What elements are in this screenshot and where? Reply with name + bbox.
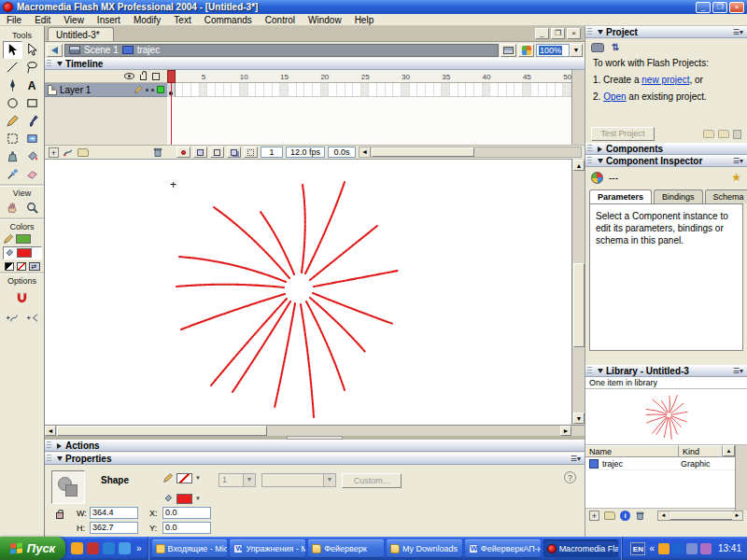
menu-view[interactable]: View <box>57 14 91 26</box>
combo-arrow-icon[interactable]: ▼ <box>323 474 335 486</box>
component-inspector-header[interactable]: Component Inspector ☰▾ <box>585 155 747 167</box>
menu-text[interactable]: Text <box>167 14 197 26</box>
stage-vertical-scrollbar[interactable]: ▲ ▼ <box>571 159 585 425</box>
item-properties-button[interactable]: i <box>620 511 630 521</box>
firework-ray-6[interactable] <box>181 294 285 329</box>
edit-symbol-button[interactable] <box>518 44 534 57</box>
name-column-header[interactable]: Name <box>585 445 679 456</box>
frame-rate-indicator[interactable]: 12.0 fps <box>286 147 325 158</box>
pen-tool[interactable] <box>3 77 22 94</box>
stroke-color-swatch[interactable] <box>16 234 31 244</box>
column-scroll-up[interactable]: ▲ <box>723 445 735 456</box>
center-frame-button[interactable] <box>176 147 190 158</box>
paint-bucket-tool[interactable] <box>22 147 42 165</box>
panel-menu-icon[interactable]: ☰▾ <box>571 455 581 463</box>
doc-restore-button[interactable]: ❐ <box>551 28 565 39</box>
tab-parameters[interactable]: Parameters <box>589 189 652 203</box>
firework-ray-13[interactable] <box>313 293 393 324</box>
timeline-panel-header[interactable]: Timeline <box>45 58 585 70</box>
taskbar-button[interactable]: Упражнения - M... <box>230 539 305 557</box>
player-tray-icon[interactable] <box>672 543 684 554</box>
doc-minimize-button[interactable]: _ <box>535 28 549 39</box>
oval-tool[interactable] <box>3 94 22 112</box>
new-project-link[interactable]: new project <box>641 75 689 85</box>
panel-menu-icon[interactable]: ☰▾ <box>733 367 743 375</box>
new-folder-button[interactable] <box>604 511 615 520</box>
menu-commands[interactable]: Commands <box>198 14 259 26</box>
stroke-height-combo[interactable]: 1▼ <box>218 473 256 487</box>
y-field[interactable]: 0.0 <box>162 522 211 534</box>
quicktime-icon[interactable] <box>103 542 115 554</box>
delete-icon[interactable] <box>733 130 741 139</box>
scroll-right-arrow[interactable]: ► <box>732 511 742 520</box>
tray-chevron[interactable]: « <box>649 543 655 553</box>
custom-stroke-button[interactable]: Custom... <box>342 473 402 488</box>
star-icon[interactable]: ★ <box>731 171 741 184</box>
clock-tray-icon[interactable] <box>658 543 669 554</box>
edit-multiple-frames-button[interactable] <box>227 147 241 158</box>
swatch-dropdown-arrow[interactable]: ▼ <box>195 473 201 483</box>
firework-ray-10[interactable] <box>669 417 671 439</box>
minimize-button[interactable]: _ <box>696 2 711 13</box>
close-button[interactable]: × <box>729 2 744 13</box>
firework-ray-0[interactable] <box>305 182 345 273</box>
library-item-row[interactable]: trajecGraphic <box>585 457 747 470</box>
taskbar-button[interactable]: ФейерверкАП-но... <box>465 539 541 557</box>
properties-panel-header[interactable]: Properties ☰▾ <box>45 453 585 465</box>
scroll-right-arrow[interactable]: ► <box>560 426 571 436</box>
straighten-option[interactable] <box>23 309 41 327</box>
default-colors-button[interactable] <box>5 262 14 271</box>
doc-close-button[interactable]: × <box>567 28 581 39</box>
timeline-vertical-scrollbar[interactable] <box>571 70 585 145</box>
eraser-tool[interactable] <box>22 165 42 183</box>
firework-ray-14[interactable] <box>314 271 398 287</box>
layer-row[interactable]: Layer 1 <box>45 83 167 97</box>
subselection-tool[interactable] <box>22 41 42 59</box>
open-project-link[interactable]: Open <box>603 91 626 102</box>
firework-ray-7[interactable] <box>652 416 666 432</box>
firework-ray-15[interactable] <box>670 403 683 413</box>
lasso-tool[interactable] <box>22 59 42 77</box>
delete-item-button[interactable] <box>635 511 645 521</box>
scroll-down-arrow[interactable]: ▼ <box>573 413 585 424</box>
back-button[interactable] <box>47 44 63 57</box>
firework-ray-10[interactable] <box>301 304 314 417</box>
menu-window[interactable]: Window <box>302 14 348 26</box>
firework-ray-14[interactable] <box>671 412 687 414</box>
brush-tool[interactable] <box>22 112 42 130</box>
rectangle-tool[interactable] <box>22 94 42 112</box>
show-hide-icon[interactable] <box>124 73 134 79</box>
menu-help[interactable]: Help <box>348 14 381 26</box>
firework-ray-5[interactable] <box>645 413 665 414</box>
menu-file[interactable]: File <box>0 14 28 26</box>
layer-name[interactable]: Layer 1 <box>60 85 131 95</box>
firework-ray-5[interactable] <box>176 285 284 287</box>
quick-launch-overflow[interactable]: » <box>136 543 142 553</box>
start-button[interactable]: Пуск <box>0 537 65 560</box>
ink-bottle-tool[interactable] <box>3 147 22 165</box>
menu-edit[interactable]: Edit <box>28 14 57 26</box>
firework-ray-4[interactable] <box>646 409 666 413</box>
scene-name[interactable]: Scene 1 <box>84 45 119 55</box>
title-bar[interactable]: Macromedia Flash MX Professional 2004 - … <box>0 0 747 14</box>
horizontal-scroll-thumb[interactable] <box>57 426 267 436</box>
scroll-up-arrow[interactable]: ▲ <box>573 160 585 171</box>
firework-ray-15[interactable] <box>310 226 377 280</box>
timeline-horizontal-scrollbar[interactable]: ◄ <box>359 147 582 158</box>
test-project-button[interactable]: Test Project <box>591 127 655 141</box>
library-horizontal-scrollbar[interactable]: ◄ ► <box>657 511 743 521</box>
help-icon[interactable]: ? <box>564 471 576 483</box>
project-panel-header[interactable]: Project ☰▾ <box>585 26 747 38</box>
delete-layer-button[interactable] <box>152 147 163 158</box>
symbol-name[interactable]: trajec <box>137 45 160 55</box>
scroll-thumb[interactable] <box>372 147 474 157</box>
new-folder-icon[interactable] <box>703 130 714 138</box>
swatch-dropdown-arrow[interactable]: ▼ <box>195 494 201 504</box>
layer-frames-row[interactable] <box>167 83 571 97</box>
no-color-button[interactable] <box>17 262 26 271</box>
pencil-tool[interactable] <box>3 112 22 130</box>
scroll-left-arrow[interactable]: ◄ <box>359 147 371 157</box>
network-tray-icon[interactable] <box>686 543 698 554</box>
taskbar-button[interactable]: Входящие - Micro... <box>152 539 228 557</box>
messenger-tray-icon[interactable] <box>700 543 712 554</box>
